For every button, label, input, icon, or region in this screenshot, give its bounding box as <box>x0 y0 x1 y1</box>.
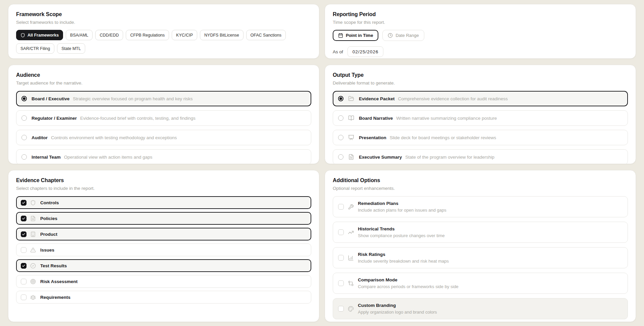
checkbox[interactable] <box>21 247 26 253</box>
panel-subtitle: Optional report enhancements. <box>333 186 628 191</box>
option-text: Remediation Plans Include action plans f… <box>358 201 446 213</box>
checkbox[interactable] <box>338 306 344 312</box>
option-label: Regulator / Examiner <box>32 116 77 121</box>
option-label: Custom Branding <box>358 303 437 308</box>
chip-ofac-sanctions[interactable]: OFAC Sanctions <box>246 30 286 40</box>
chapter-issues[interactable]: Issues <box>16 243 311 256</box>
as-of-date-input[interactable]: 02/25/2026 <box>347 46 384 57</box>
shield-icon <box>20 33 25 38</box>
checkbox[interactable] <box>21 279 26 284</box>
chip-label: CDD/EDD <box>100 33 119 38</box>
chip-label: BSA/AML <box>70 33 88 38</box>
panel-subtitle: Select chapters to include in the report… <box>16 186 311 191</box>
chip-sar-ctr-filing[interactable]: SAR/CTR Filing <box>16 43 54 54</box>
mode-label: Date Range <box>395 33 419 38</box>
panel-title: Audience <box>16 72 311 78</box>
addon-remediation-plans[interactable]: Remediation Plans Include action plans f… <box>333 196 628 217</box>
radio-button[interactable] <box>338 154 343 160</box>
panel-title: Evidence Chapters <box>16 177 311 183</box>
shield-icon <box>30 200 36 206</box>
calendar-icon <box>338 33 343 38</box>
option-internal-team[interactable]: Internal Team Operational view with acti… <box>16 149 311 164</box>
option-evidence-packet[interactable]: Evidence Packet Comprehensive evidence c… <box>333 91 628 106</box>
chip-label: SAR/CTR Filing <box>20 46 50 51</box>
chip-nydfs-bitlicense[interactable]: NYDFS BitLicense <box>200 30 244 40</box>
panel-subtitle: Target audience for the narrative. <box>16 80 311 86</box>
chapter-controls[interactable]: Controls <box>16 196 311 209</box>
radio-button[interactable] <box>338 115 343 121</box>
option-auditor[interactable]: Auditor Controls environment with testin… <box>16 130 311 145</box>
checkbox[interactable] <box>338 255 344 261</box>
radio-button[interactable] <box>338 96 343 101</box>
option-presentation[interactable]: Presentation Slide deck for board meetin… <box>333 130 628 145</box>
chip-cfpb-regulations[interactable]: CFPB Regulations <box>126 30 169 40</box>
option-label: Evidence Packet <box>359 96 395 101</box>
check-circle-icon <box>30 263 36 269</box>
chip-bsa-aml[interactable]: BSA/AML <box>66 30 93 40</box>
radio-button[interactable] <box>21 154 27 160</box>
as-of-row: As of 02/25/2026 <box>333 46 628 57</box>
chip-all-frameworks[interactable]: All Frameworks <box>16 30 63 40</box>
radio-button[interactable] <box>338 135 343 140</box>
checkbox[interactable] <box>21 231 26 237</box>
checkbox[interactable] <box>21 294 26 300</box>
option-executive-summary[interactable]: Executive Summary State of the program o… <box>333 149 628 164</box>
framework-scope-panel: Framework Scope Select frameworks to inc… <box>8 4 319 59</box>
chapter-requirements[interactable]: Requirements <box>16 291 311 304</box>
mode-date-range[interactable]: Date Range <box>382 30 424 41</box>
addon-comparison-mode[interactable]: Comparison Mode Compare across periods o… <box>333 273 628 294</box>
mode-label: Point in Time <box>346 33 373 38</box>
output-type-panel: Output Type Deliverable format to genera… <box>325 65 636 164</box>
checkbox[interactable] <box>338 204 344 210</box>
checkbox[interactable] <box>21 216 26 221</box>
chapter-risk-assessment[interactable]: Risk Assessment <box>16 275 311 288</box>
alert-triangle-icon <box>30 247 36 253</box>
option-regulator-examiner[interactable]: Regulator / Examiner Evidence-focused br… <box>16 110 311 126</box>
radio-button[interactable] <box>21 115 27 121</box>
period-mode-buttons: Point in TimeDate Range <box>333 30 628 41</box>
option-label: Comparison Mode <box>358 277 459 282</box>
panel-subtitle: Deliverable format to generate. <box>333 80 628 86</box>
chip-state-mtl[interactable]: State MTL <box>57 43 85 54</box>
chip-cdd-edd[interactable]: CDD/EDD <box>95 30 123 40</box>
mode-point-in-time[interactable]: Point in Time <box>333 30 378 41</box>
option-text: Historical Trends Show compliance postur… <box>358 226 445 238</box>
checkbox[interactable] <box>338 229 344 235</box>
chapter-label: Risk Assessment <box>40 279 77 284</box>
option-board-executive[interactable]: Board / Executive Strategic overview foc… <box>16 91 311 106</box>
checkbox[interactable] <box>21 200 26 206</box>
radio-button[interactable] <box>21 135 27 140</box>
chip-label: NYDFS BitLicense <box>204 33 239 38</box>
chip-label: CFPB Regulations <box>130 33 165 38</box>
option-board-narrative[interactable]: Board Narrative Written narrative summar… <box>333 110 628 126</box>
option-text: Custom Branding Apply organization logo … <box>358 303 437 315</box>
evidence-chapters-panel: Evidence Chapters Select chapters to inc… <box>8 170 319 322</box>
option-description: Evidence-focused brief with controls, te… <box>80 116 196 121</box>
chapter-product[interactable]: Product <box>16 228 311 240</box>
checkbox[interactable] <box>21 263 26 269</box>
addon-custom-branding[interactable]: Custom Branding Apply organization logo … <box>333 298 628 319</box>
option-label: Auditor <box>32 135 48 140</box>
palette-icon <box>348 306 354 312</box>
chip-kyc-cip[interactable]: KYC/CIP <box>172 30 197 40</box>
chapter-test-results[interactable]: Test Results <box>16 259 311 272</box>
addon-risk-ratings[interactable]: Risk Ratings Include severity breakdown … <box>333 247 628 268</box>
option-description: Operational view with action items and g… <box>64 155 152 160</box>
chapter-label: Requirements <box>40 295 70 300</box>
file-text-icon <box>30 216 36 221</box>
audience-options: Board / Executive Strategic overview foc… <box>16 91 311 164</box>
bar-chart-icon <box>348 255 354 261</box>
option-description: Comprehensive evidence collection for au… <box>398 96 508 101</box>
chapter-policies[interactable]: Policies <box>16 212 311 225</box>
option-description: Apply organization logo and brand colors <box>358 310 437 315</box>
option-description: Written narrative summarizing compliance… <box>396 116 497 121</box>
radio-button[interactable] <box>21 96 27 101</box>
addon-historical-trends[interactable]: Historical Trends Show compliance postur… <box>333 222 628 243</box>
chapter-label: Policies <box>40 216 57 221</box>
git-compare-icon <box>348 280 354 286</box>
option-description: Include action plans for open issues and… <box>358 208 446 213</box>
panel-title: Additional Options <box>333 177 628 183</box>
option-text: Risk Ratings Include severity breakdown … <box>358 252 449 264</box>
checkbox[interactable] <box>338 280 344 286</box>
framework-chips: All FrameworksBSA/AMLCDD/EDDCFPB Regulat… <box>16 30 311 54</box>
